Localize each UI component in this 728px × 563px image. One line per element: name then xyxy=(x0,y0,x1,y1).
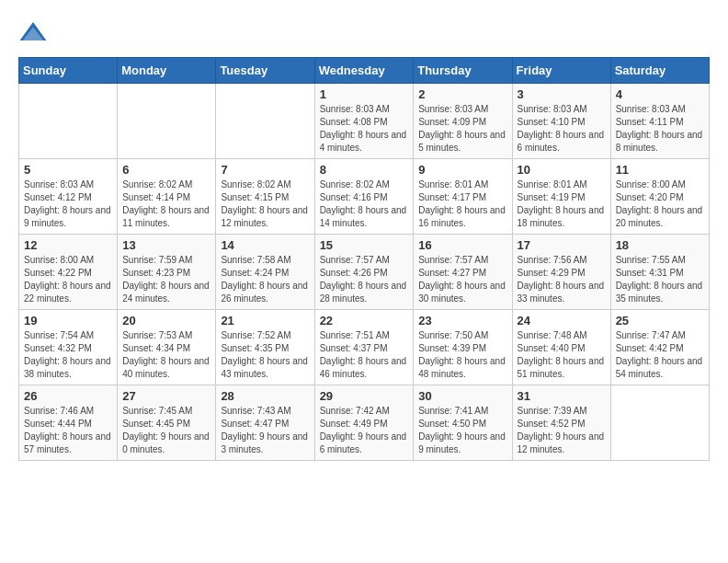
day-detail: Sunrise: 7:43 AM Sunset: 4:47 PM Dayligh… xyxy=(221,405,309,456)
day-number: 4 xyxy=(616,87,704,101)
day-number: 19 xyxy=(24,314,112,327)
calendar-cell: 18Sunrise: 7:55 AM Sunset: 4:31 PM Dayli… xyxy=(610,235,709,310)
calendar-cell: 13Sunrise: 7:59 AM Sunset: 4:23 PM Dayli… xyxy=(118,235,216,310)
day-number: 24 xyxy=(518,314,606,327)
day-detail: Sunrise: 7:53 AM Sunset: 4:34 PM Dayligh… xyxy=(122,329,210,381)
calendar-cell: 30Sunrise: 7:41 AM Sunset: 4:50 PM Dayli… xyxy=(414,385,512,461)
day-detail: Sunrise: 7:50 AM Sunset: 4:39 PM Dayligh… xyxy=(418,329,506,381)
calendar-cell: 9Sunrise: 8:01 AM Sunset: 4:17 PM Daylig… xyxy=(414,159,512,235)
calendar-cell xyxy=(610,385,709,461)
day-detail: Sunrise: 8:03 AM Sunset: 4:11 PM Dayligh… xyxy=(616,103,704,155)
calendar-week-1: 5Sunrise: 8:03 AM Sunset: 4:12 PM Daylig… xyxy=(19,159,710,235)
calendar-cell: 5Sunrise: 8:03 AM Sunset: 4:12 PM Daylig… xyxy=(19,159,118,235)
day-number: 12 xyxy=(24,238,112,252)
day-number: 22 xyxy=(320,314,409,327)
calendar-cell: 28Sunrise: 7:43 AM Sunset: 4:47 PM Dayli… xyxy=(216,385,314,461)
calendar-week-3: 19Sunrise: 7:54 AM Sunset: 4:32 PM Dayli… xyxy=(19,310,710,385)
calendar-cell: 7Sunrise: 8:02 AM Sunset: 4:15 PM Daylig… xyxy=(216,159,314,235)
day-number: 11 xyxy=(616,163,704,177)
day-number: 6 xyxy=(122,163,210,177)
weekday-header-wednesday: Wednesday xyxy=(314,58,414,84)
calendar-cell: 31Sunrise: 7:39 AM Sunset: 4:52 PM Dayli… xyxy=(512,385,610,461)
calendar-cell: 6Sunrise: 8:02 AM Sunset: 4:14 PM Daylig… xyxy=(118,159,216,235)
day-detail: Sunrise: 8:03 AM Sunset: 4:09 PM Dayligh… xyxy=(418,103,506,155)
day-detail: Sunrise: 7:45 AM Sunset: 4:45 PM Dayligh… xyxy=(122,405,210,456)
day-detail: Sunrise: 7:59 AM Sunset: 4:23 PM Dayligh… xyxy=(122,254,210,305)
calendar-cell: 29Sunrise: 7:42 AM Sunset: 4:49 PM Dayli… xyxy=(314,385,414,461)
day-number: 26 xyxy=(24,389,112,403)
calendar-cell xyxy=(19,84,118,159)
day-detail: Sunrise: 8:00 AM Sunset: 4:22 PM Dayligh… xyxy=(24,254,112,305)
day-number: 1 xyxy=(320,87,409,101)
calendar-cell xyxy=(216,84,314,159)
day-detail: Sunrise: 7:46 AM Sunset: 4:44 PM Dayligh… xyxy=(24,405,112,456)
calendar-cell: 12Sunrise: 8:00 AM Sunset: 4:22 PM Dayli… xyxy=(19,235,118,310)
calendar-cell: 16Sunrise: 7:57 AM Sunset: 4:27 PM Dayli… xyxy=(414,235,512,310)
calendar-cell: 3Sunrise: 8:03 AM Sunset: 4:10 PM Daylig… xyxy=(512,84,610,159)
weekday-header-sunday: Sunday xyxy=(19,58,118,84)
calendar-cell: 15Sunrise: 7:57 AM Sunset: 4:26 PM Dayli… xyxy=(314,235,414,310)
day-detail: Sunrise: 7:56 AM Sunset: 4:29 PM Dayligh… xyxy=(518,254,606,305)
day-number: 27 xyxy=(122,389,210,403)
weekday-header-tuesday: Tuesday xyxy=(216,58,314,84)
day-number: 13 xyxy=(122,238,210,252)
day-detail: Sunrise: 8:00 AM Sunset: 4:20 PM Dayligh… xyxy=(616,178,704,230)
day-detail: Sunrise: 7:48 AM Sunset: 4:40 PM Dayligh… xyxy=(518,329,606,381)
calendar-cell: 11Sunrise: 8:00 AM Sunset: 4:20 PM Dayli… xyxy=(610,159,709,235)
page-header xyxy=(18,18,710,48)
day-number: 17 xyxy=(518,238,606,252)
calendar-cell: 10Sunrise: 8:01 AM Sunset: 4:19 PM Dayli… xyxy=(512,159,610,235)
day-number: 31 xyxy=(518,389,606,403)
calendar-cell: 1Sunrise: 8:03 AM Sunset: 4:08 PM Daylig… xyxy=(314,84,414,159)
day-detail: Sunrise: 7:51 AM Sunset: 4:37 PM Dayligh… xyxy=(320,329,409,381)
logo-icon xyxy=(18,18,48,48)
day-detail: Sunrise: 8:02 AM Sunset: 4:15 PM Dayligh… xyxy=(221,178,309,230)
day-detail: Sunrise: 8:02 AM Sunset: 4:14 PM Dayligh… xyxy=(122,178,210,230)
day-detail: Sunrise: 7:52 AM Sunset: 4:35 PM Dayligh… xyxy=(221,329,309,381)
day-number: 16 xyxy=(418,238,506,252)
day-detail: Sunrise: 7:54 AM Sunset: 4:32 PM Dayligh… xyxy=(24,329,112,381)
day-number: 9 xyxy=(418,163,506,177)
calendar-cell: 22Sunrise: 7:51 AM Sunset: 4:37 PM Dayli… xyxy=(314,310,414,385)
day-detail: Sunrise: 8:01 AM Sunset: 4:19 PM Dayligh… xyxy=(518,178,606,230)
day-number: 3 xyxy=(518,87,606,101)
day-number: 23 xyxy=(418,314,506,327)
day-number: 5 xyxy=(24,163,112,177)
day-number: 18 xyxy=(616,238,704,252)
calendar-cell: 19Sunrise: 7:54 AM Sunset: 4:32 PM Dayli… xyxy=(19,310,118,385)
calendar-cell: 2Sunrise: 8:03 AM Sunset: 4:09 PM Daylig… xyxy=(414,84,512,159)
calendar-week-2: 12Sunrise: 8:00 AM Sunset: 4:22 PM Dayli… xyxy=(19,235,710,310)
day-number: 30 xyxy=(418,389,506,403)
calendar-cell: 21Sunrise: 7:52 AM Sunset: 4:35 PM Dayli… xyxy=(216,310,314,385)
day-detail: Sunrise: 7:41 AM Sunset: 4:50 PM Dayligh… xyxy=(418,405,506,456)
calendar-cell: 4Sunrise: 8:03 AM Sunset: 4:11 PM Daylig… xyxy=(610,84,709,159)
weekday-header-friday: Friday xyxy=(512,58,610,84)
day-detail: Sunrise: 7:42 AM Sunset: 4:49 PM Dayligh… xyxy=(320,405,409,456)
calendar-cell: 26Sunrise: 7:46 AM Sunset: 4:44 PM Dayli… xyxy=(19,385,118,461)
calendar-cell: 17Sunrise: 7:56 AM Sunset: 4:29 PM Dayli… xyxy=(512,235,610,310)
day-detail: Sunrise: 7:39 AM Sunset: 4:52 PM Dayligh… xyxy=(518,405,606,456)
calendar-cell: 20Sunrise: 7:53 AM Sunset: 4:34 PM Dayli… xyxy=(118,310,216,385)
day-detail: Sunrise: 8:02 AM Sunset: 4:16 PM Dayligh… xyxy=(320,178,409,230)
calendar-table: SundayMondayTuesdayWednesdayThursdayFrid… xyxy=(18,57,710,461)
day-number: 10 xyxy=(518,163,606,177)
day-number: 8 xyxy=(320,163,409,177)
calendar-cell: 14Sunrise: 7:58 AM Sunset: 4:24 PM Dayli… xyxy=(216,235,314,310)
weekday-header-monday: Monday xyxy=(118,58,216,84)
calendar-cell: 23Sunrise: 7:50 AM Sunset: 4:39 PM Dayli… xyxy=(414,310,512,385)
day-number: 28 xyxy=(221,389,309,403)
day-number: 14 xyxy=(221,238,309,252)
logo xyxy=(18,18,51,48)
calendar-week-0: 1Sunrise: 8:03 AM Sunset: 4:08 PM Daylig… xyxy=(19,84,710,159)
day-number: 20 xyxy=(122,314,210,327)
day-detail: Sunrise: 7:55 AM Sunset: 4:31 PM Dayligh… xyxy=(616,254,704,305)
calendar-cell: 8Sunrise: 8:02 AM Sunset: 4:16 PM Daylig… xyxy=(314,159,414,235)
day-detail: Sunrise: 8:03 AM Sunset: 4:08 PM Dayligh… xyxy=(320,103,409,155)
day-number: 7 xyxy=(221,163,309,177)
calendar-cell: 24Sunrise: 7:48 AM Sunset: 4:40 PM Dayli… xyxy=(512,310,610,385)
day-detail: Sunrise: 8:01 AM Sunset: 4:17 PM Dayligh… xyxy=(418,178,506,230)
day-detail: Sunrise: 8:03 AM Sunset: 4:10 PM Dayligh… xyxy=(518,103,606,155)
day-number: 2 xyxy=(418,87,506,101)
weekday-header-saturday: Saturday xyxy=(610,58,709,84)
day-number: 21 xyxy=(221,314,309,327)
